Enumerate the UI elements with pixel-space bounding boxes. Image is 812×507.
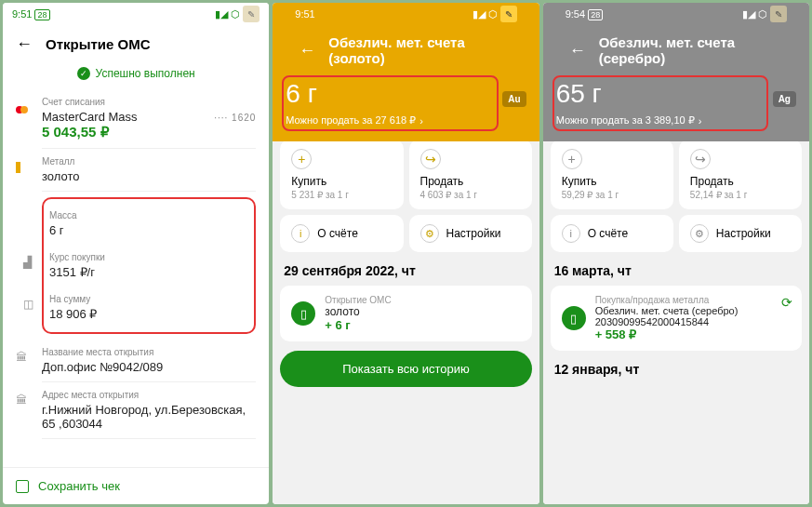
arrow-right-icon: ↪	[690, 149, 711, 169]
sum-row: ◫ На сумму 18 906 ₽	[49, 287, 248, 328]
header: ← Открытие ОМС	[3, 25, 269, 63]
transaction-icon: ▯	[562, 306, 586, 330]
info-icon: i	[562, 224, 580, 243]
mass-row: Масса 6 г	[49, 203, 248, 245]
signal-icon: ▮◢	[742, 8, 755, 20]
page-title: Обезлич. мет. счета (золото)	[328, 34, 512, 66]
about-card[interactable]: i О счёте	[280, 215, 403, 252]
chart-icon: ▟	[23, 256, 38, 267]
sell-value-link[interactable]: Можно продать за 3 389,10 ₽›	[556, 114, 796, 127]
sell-card[interactable]: ↪ Продать 4 603 ₽ за 1 г	[409, 140, 532, 209]
buy-card[interactable]: + Купить 59,29 ₽ за 1 г	[551, 140, 673, 209]
arrow-right-icon: ↪	[420, 149, 441, 169]
date-header: 29 сентября 2022, чт	[280, 258, 531, 280]
date-badge: 28	[588, 9, 603, 20]
time: 9:54	[566, 8, 585, 20]
status-bar: 9:51 28 ▮◢⬡✎	[3, 3, 269, 25]
check-icon: ✓	[77, 67, 90, 80]
address-row: 🏛 Адрес места открытия г.Нижний Новгород…	[42, 382, 256, 439]
signal-icon: ▮◢	[473, 8, 486, 20]
time: 9:51	[12, 8, 32, 20]
transaction-row[interactable]: ▯ Покупка/продажа металла Обезлич. мет. …	[551, 286, 802, 351]
header: ← Обезлич. мет. счета (золото)	[286, 25, 526, 75]
edit-icon[interactable]: ✎	[500, 6, 517, 22]
chevron-right-icon: ›	[419, 115, 423, 127]
signal-icon: ▮◢	[215, 8, 228, 20]
plus-icon: +	[562, 149, 582, 169]
info-icon: i	[291, 224, 310, 243]
save-receipt-button[interactable]: Сохранить чек	[3, 467, 269, 504]
metal-row: Металл золото	[42, 149, 256, 192]
show-history-button[interactable]: Показать всю историю	[280, 351, 531, 387]
account-amount: 65 г	[556, 79, 602, 109]
date-header: 16 марта, чт	[551, 258, 802, 280]
account-amount: 6 г	[286, 79, 317, 109]
date-header: 12 января, чт	[551, 356, 802, 379]
back-icon[interactable]: ←	[569, 41, 586, 60]
transaction-icon: ▯	[291, 301, 315, 326]
buy-card[interactable]: + Купить 5 231 ₽ за 1 г	[280, 140, 403, 209]
sell-value-link[interactable]: Можно продать за 27 618 ₽›	[286, 114, 526, 127]
page-title: Обезлич. мет. счета (серебро)	[599, 34, 783, 66]
edit-icon: ✎	[243, 6, 260, 22]
wifi-icon: ⬡	[231, 8, 240, 20]
gear-icon: ⚙	[420, 224, 439, 243]
place-row: 🏛 Название места открытия Доп.офис №9042…	[42, 340, 256, 382]
time: 9:51	[295, 8, 314, 20]
status-bar: 9:54 28 ▮◢⬡✎	[556, 3, 796, 25]
edit-icon: ✎	[770, 6, 787, 22]
gear-icon: ⚙	[690, 224, 709, 243]
bank-icon: 🏛	[16, 351, 31, 362]
debit-account-row[interactable]: Счет списания MasterCard Mass···· 1620 5…	[42, 89, 256, 149]
account-balance: 5 043,55 ₽	[42, 124, 256, 140]
bank-icon: 🏛	[16, 394, 31, 405]
wifi-icon: ⬡	[488, 8, 498, 20]
wifi-icon: ⬡	[758, 8, 767, 20]
back-icon[interactable]: ←	[16, 34, 33, 54]
wallet-icon: ◫	[23, 298, 38, 309]
about-card[interactable]: i О счёте	[551, 215, 673, 252]
sell-card[interactable]: ↪ Продать 52,14 ₽ за 1 г	[679, 140, 802, 209]
transaction-row[interactable]: ▯ Открытие ОМС золото + 6 г	[280, 286, 531, 341]
chevron-right-icon: ›	[699, 115, 702, 127]
page-title: Открытие ОМС	[46, 36, 151, 52]
highlight-box: Масса 6 г ▟ Курс покупки 3151 ₽/г ◫ На с…	[42, 197, 256, 334]
status-badge: ✓ Успешно выполнен	[3, 63, 269, 89]
gold-bar-icon	[16, 160, 31, 171]
settings-card[interactable]: ⚙ Настройки	[679, 215, 802, 252]
metal-badge: Au	[502, 91, 526, 107]
status-bar: 9:51 ▮◢⬡✎	[286, 3, 526, 25]
refresh-icon[interactable]: ⟳	[781, 295, 792, 310]
rate-row: ▟ Курс покупки 3151 ₽/г	[49, 245, 248, 287]
plus-icon: +	[291, 149, 312, 169]
receipt-icon	[16, 480, 29, 493]
header: ← Обезлич. мет. счета (серебро)	[556, 25, 796, 75]
metal-badge: Ag	[773, 91, 796, 107]
settings-card[interactable]: ⚙ Настройки	[409, 215, 532, 252]
date-badge: 28	[34, 9, 49, 20]
back-icon[interactable]: ←	[299, 41, 315, 60]
mastercard-icon	[16, 100, 31, 112]
